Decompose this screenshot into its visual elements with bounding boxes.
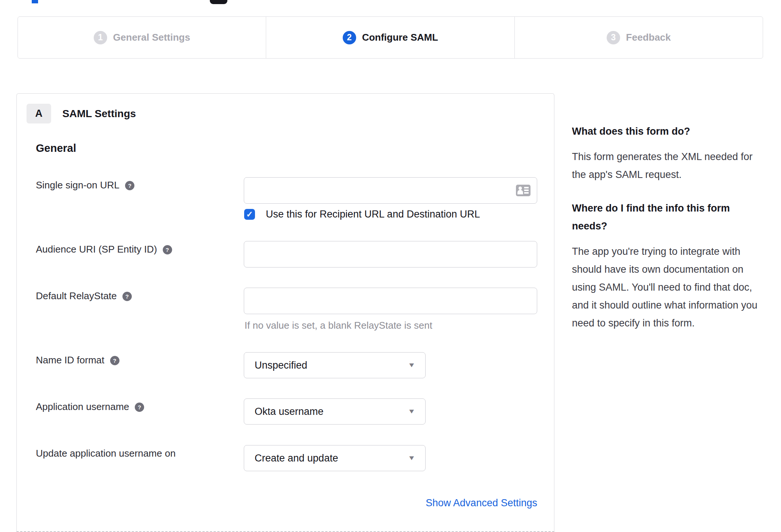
help-icon[interactable]: ? xyxy=(125,181,134,190)
sso-url-label-text: Single sign-on URL xyxy=(36,179,119,191)
update-username-select[interactable]: Create and update ▼ xyxy=(244,445,426,471)
wizard-stepper: 1 General Settings 2 Configure SAML 3 Fe… xyxy=(18,16,763,59)
saml-settings-panel: A SAML Settings General Single sign-on U… xyxy=(16,93,554,532)
app-username-select[interactable]: Okta username ▼ xyxy=(244,398,426,425)
app-username-value: Okta username xyxy=(255,406,408,417)
nameid-format-value: Unspecified xyxy=(255,360,408,371)
chevron-down-icon: ▼ xyxy=(408,362,416,369)
cutoff-header-logo-fragment xyxy=(210,0,227,4)
step-configure-saml[interactable]: 2 Configure SAML xyxy=(266,17,514,58)
update-username-label-text: Update application username on xyxy=(36,448,175,459)
step-feedback[interactable]: 3 Feedback xyxy=(514,17,763,58)
audience-uri-label-text: Audience URI (SP Entity ID) xyxy=(36,244,157,255)
help-sidebar: What does this form do? This form genera… xyxy=(572,122,761,348)
step-number-badge: 1 xyxy=(94,31,107,44)
help-question-1: What does this form do? xyxy=(572,122,761,140)
nameid-format-label: Name ID format ? xyxy=(36,354,119,366)
recipient-url-checkbox-label[interactable]: Use this for Recipient URL and Destinati… xyxy=(266,209,480,220)
chevron-down-icon: ▼ xyxy=(408,454,416,462)
step-number-badge: 2 xyxy=(343,31,356,44)
step-number-badge: 3 xyxy=(607,31,620,44)
help-icon[interactable]: ? xyxy=(110,356,119,365)
section-header: A SAML Settings xyxy=(27,104,136,123)
relaystate-input[interactable] xyxy=(244,288,537,314)
update-username-label: Update application username on xyxy=(36,448,175,459)
show-advanced-settings-link[interactable]: Show Advanced Settings xyxy=(244,497,537,509)
cutoff-header-accent-fragment xyxy=(32,0,38,3)
help-icon[interactable]: ? xyxy=(163,245,172,254)
nameid-format-label-text: Name ID format xyxy=(36,354,105,366)
section-a-badge: A xyxy=(27,104,51,123)
app-username-label: Application username ? xyxy=(36,401,144,413)
help-icon[interactable]: ? xyxy=(135,403,144,412)
recipient-url-checkbox-row: ✓ Use this for Recipient URL and Destina… xyxy=(244,209,480,220)
audience-uri-label: Audience URI (SP Entity ID) ? xyxy=(36,244,172,255)
chevron-down-icon: ▼ xyxy=(408,408,416,415)
relaystate-label: Default RelayState ? xyxy=(36,290,132,302)
help-answer-2: The app you're trying to integrate with … xyxy=(572,242,761,332)
nameid-format-select[interactable]: Unspecified ▼ xyxy=(244,352,426,378)
relaystate-label-text: Default RelayState xyxy=(36,290,117,302)
help-question-2: Where do I find the info this form needs… xyxy=(572,199,761,235)
general-group-title: General xyxy=(36,142,76,154)
help-icon[interactable]: ? xyxy=(122,292,132,301)
audience-uri-input[interactable] xyxy=(244,241,537,267)
step-label: Feedback xyxy=(626,32,671,43)
sso-url-input-wrap xyxy=(244,177,537,204)
help-answer-1: This form generates the XML needed for t… xyxy=(572,148,761,184)
relaystate-hint: If no value is set, a blank RelayState i… xyxy=(245,320,432,331)
step-label: Configure SAML xyxy=(362,32,438,43)
step-label: General Settings xyxy=(113,32,190,43)
contact-card-icon[interactable] xyxy=(516,185,530,196)
step-general-settings[interactable]: 1 General Settings xyxy=(18,17,266,58)
update-username-value: Create and update xyxy=(255,453,408,464)
app-username-label-text: Application username xyxy=(36,401,129,413)
sso-url-label: Single sign-on URL ? xyxy=(36,179,134,191)
recipient-url-checkbox[interactable]: ✓ xyxy=(244,209,255,220)
sso-url-input[interactable] xyxy=(244,177,537,204)
section-title: SAML Settings xyxy=(62,108,136,120)
